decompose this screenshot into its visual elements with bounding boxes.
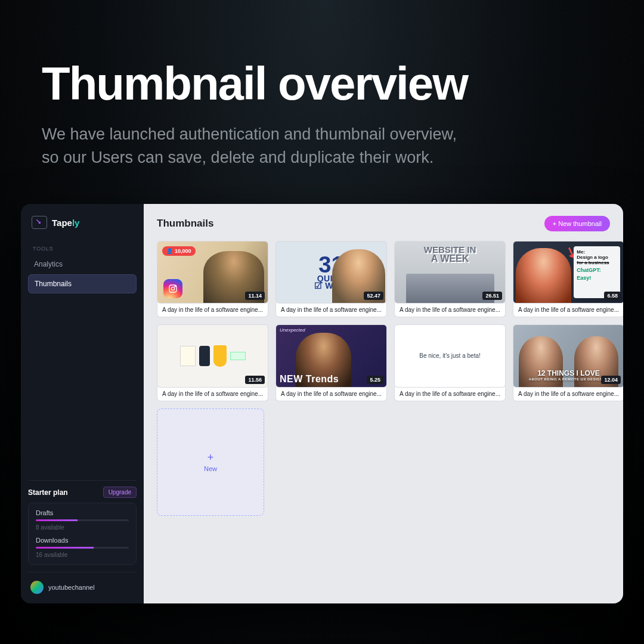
plan-name: Starter plan [28,488,68,497]
meter-drafts-available: 8 available [36,524,129,531]
svg-point-1 [171,287,174,290]
thumbnail-card[interactable]: 31QUICK☑ WINS 52.47 A day in the life of… [275,241,387,317]
nav-item-analytics[interactable]: Analytics [28,255,137,273]
nav-section-label: TOOLS [28,240,137,255]
thumbnail-card[interactable]: Unexpected NEW Trends 5.25 A day in the … [275,324,387,401]
thumbnail-image: 11.56 [157,324,268,387]
thumbnail-image: 12 THINGS I LOVEABOUT BEING A REMOTE UX … [513,324,623,387]
thumbnail-card[interactable]: 👤 10,000 11.14 A day in the life of a so… [157,241,268,317]
thumbnail-image: WEBSITE INA WEEK 26.51 [394,241,506,304]
thumbnail-caption: A day in the life of a software engine..… [513,303,623,317]
upgrade-button[interactable]: Upgrade [103,487,137,498]
duration-badge: 11.56 [245,376,265,384]
duration-badge: 26.51 [482,292,502,300]
thumbnail-image: 👤 10,000 11.14 [157,241,268,304]
duration-badge: 11.14 [245,292,265,300]
promo-subtitle: We have launched authentication and thum… [42,123,602,169]
main-content: Thumbnails + New thumbnail 👤 10,000 11.1… [144,204,623,603]
brand[interactable]: Tapely [28,213,137,240]
duration-badge: 6.58 [604,292,621,300]
duration-badge: 5.25 [367,376,383,384]
svg-point-2 [175,286,175,287]
duration-badge: 52.47 [364,292,383,300]
user-row[interactable]: youtubechannel [28,572,137,595]
new-tile-label: New [204,465,217,472]
thumbnail-card[interactable]: Be nice, it's just a beta! A day in the … [394,324,506,401]
thumbnail-image: Unexpected NEW Trends 5.25 [275,324,387,387]
new-thumbnail-tile[interactable]: + New [157,408,264,516]
meter-drafts-bar [36,519,129,521]
thumbnail-card[interactable]: WEBSITE INA WEEK 26.51 A day in the life… [394,241,506,317]
thumbnail-caption: A day in the life of a software engine..… [157,303,268,317]
thumbnail-card[interactable]: 11.56 A day in the life of a software en… [157,324,268,401]
new-thumbnail-button[interactable]: + New thumbnail [544,216,610,231]
promo-title: Thumbnail overview [42,60,602,109]
instagram-icon [163,279,182,298]
nav-item-thumbnails[interactable]: Thumbnails [28,274,137,293]
plan-box: Starter plan Upgrade Drafts 8 available … [28,480,137,565]
duration-badge: 12.04 [601,376,621,384]
thumbnail-image: Be nice, it's just a beta! [394,324,506,387]
sidebar: Tapely TOOLS Analytics Thumbnails Starte… [21,204,144,603]
thumbnail-card[interactable]: ↘ Me:Design a logofor a businessChatGPT:… [513,241,623,317]
app-window: Tapely TOOLS Analytics Thumbnails Starte… [21,204,623,603]
thumbnail-caption: A day in the life of a software engine..… [394,303,506,317]
thumbnail-caption: A day in the life of a software engine..… [157,387,268,401]
thumbnail-caption: A day in the life of a software engine..… [394,387,506,401]
meter-downloads-label: Downloads [36,537,129,544]
thumbnail-caption: A day in the life of a software engine..… [275,387,387,401]
thumbnail-card[interactable]: 12 THINGS I LOVEABOUT BEING A REMOTE UX … [513,324,623,401]
follower-badge: 👤 10,000 [162,246,196,256]
avatar [30,581,44,594]
thumbnail-image: ↘ Me:Design a logofor a businessChatGPT:… [513,241,623,304]
brand-logo-icon [32,216,47,229]
thumbnail-image: 31QUICK☑ WINS 52.47 [275,241,387,304]
brand-name: Tapely [52,218,79,228]
meter-drafts-label: Drafts [36,509,129,516]
plus-icon: + [208,452,214,463]
username: youtubechannel [48,584,95,591]
meter-downloads-bar [36,547,129,549]
thumbnail-caption: A day in the life of a software engine..… [513,387,623,401]
page-title: Thumbnails [157,218,213,230]
meter-downloads-available: 16 available [36,552,129,558]
thumbnails-grid: 👤 10,000 11.14 A day in the life of a so… [157,241,610,515]
thumbnail-caption: A day in the life of a software engine..… [275,303,387,317]
